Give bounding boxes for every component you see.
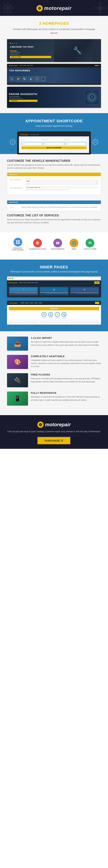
preview-icon-5: 🛞 bbox=[34, 76, 40, 82]
feature-responsive: 📱 FULLY RESPONSIVE Motorepair is tested … bbox=[7, 392, 101, 406]
feature-responsive-icon: 📱 bbox=[14, 395, 21, 402]
svg-rect-3 bbox=[2, 7, 5, 9]
wpml-label: WPML bbox=[71, 248, 76, 250]
feature-1click-content: 1-CLICK IMPORT All it takes to import th… bbox=[31, 337, 101, 347]
slider-label: SLIDER REVOLUTION bbox=[29, 248, 46, 250]
preview-2-nav: ⚙ motorepair bbox=[7, 64, 101, 67]
svg-rect-16 bbox=[16, 240, 17, 242]
year-input[interactable]: 2007 ▾ bbox=[25, 180, 98, 182]
feature-1click-icon: 📥 bbox=[14, 340, 21, 347]
vehicle-section-title: CUSTOMIZE THE VEHICLE MANUFACTURER bbox=[7, 159, 101, 162]
feature-adaptable-title: COMPLETELY ADAPTABLE bbox=[31, 355, 101, 358]
sp-service-3: ⚡ bbox=[55, 312, 60, 318]
contact-form-label: CONTACT FORM bbox=[84, 248, 96, 250]
intro-description: Included with Motorepair are three moder… bbox=[10, 28, 98, 35]
nav-dot-1 bbox=[10, 43, 11, 44]
services-list-section: Services Service BRAKE & BRAKE REPAIR Oi… bbox=[0, 200, 108, 232]
features-section: 📥 1-CLICK IMPORT All it takes to import … bbox=[0, 331, 108, 415]
intro-title: 3 HOMEPAGES bbox=[10, 21, 98, 26]
svg-rect-4 bbox=[11, 7, 13, 9]
gear-left-icon bbox=[2, 2, 14, 14]
year-end-input[interactable]: 2017 ▾ bbox=[25, 183, 98, 185]
logo-text: motorepair bbox=[44, 5, 71, 11]
sp-nav-item-3 bbox=[30, 303, 33, 303]
svg-text:m: m bbox=[39, 7, 40, 9]
feature-adaptable-content: COMPLETELY ADAPTABLE Completely restyle … bbox=[31, 355, 101, 368]
browser-inner-content: 🔧 💧 ⚡ bbox=[7, 285, 101, 297]
manufacturer-desc: Are you looking for a specific vehicle? … bbox=[25, 189, 98, 191]
preview-icon-6: ⚙ bbox=[41, 76, 46, 82]
feature-plugins-title: FREE PLUGINS bbox=[31, 373, 101, 376]
preview-1-nav bbox=[10, 43, 51, 44]
sp-service-1: 🔧 bbox=[42, 312, 47, 318]
sp-nav-item-4 bbox=[34, 303, 38, 303]
form-date-select: Date ▾ bbox=[44, 142, 65, 145]
svg-rect-5 bbox=[3, 4, 6, 7]
manufacturer-input[interactable]: Ford, Mazda, Toyota, Kia bbox=[25, 187, 98, 188]
plugin-slider: SLIDER REVOLUTION bbox=[29, 239, 46, 250]
manufacturer-row: Vehicle Manufacturer Ford, Mazda, Toyota… bbox=[10, 187, 98, 191]
sp-content: SERVICES 🔧 💧 ⚡ 🔩 bbox=[7, 305, 101, 324]
svg-rect-10 bbox=[99, 2, 101, 5]
feature-responsive-content: FULLY RESPONSIVE Motorepair is tested wi… bbox=[31, 392, 101, 402]
services-section-title: CUSTOMIZE THE LIST OF SERVICES bbox=[7, 214, 101, 217]
feature-adaptable-icon: 🎨 bbox=[14, 359, 21, 365]
purchase-button[interactable]: PURCHASE IT bbox=[37, 437, 71, 444]
nav-dot-4 bbox=[16, 43, 17, 44]
svg-rect-2 bbox=[7, 11, 9, 13]
slider-icon bbox=[33, 239, 42, 247]
appointment-form-preview: ⚙ motorepair Name Email bbox=[19, 133, 89, 153]
feature-plugins-content: FREE PLUGINS Motorepair is bundled with … bbox=[31, 373, 101, 383]
preview-engine-diagnostic: ENGINE DIAGNOSTIC LEARN MORE ⚙ REGULAR S… bbox=[7, 87, 101, 108]
woocommerce-label: WOOCOMMERCE bbox=[51, 248, 64, 250]
browser-close-button bbox=[8, 278, 9, 279]
woocommerce-icon: WC bbox=[53, 239, 62, 247]
sp-services-title: SERVICES bbox=[9, 307, 99, 310]
browser-mockup: ⚙ motorepair BOOK 🔧 💧 bbox=[7, 276, 101, 297]
form-name-field: Name bbox=[21, 138, 43, 141]
preview-1-button: FIND OUT MORE bbox=[10, 56, 51, 58]
mini-logo-2: ⚙ motorepair bbox=[9, 65, 18, 66]
feature-responsive-desc: Motorepair is tested with all resolution… bbox=[31, 395, 101, 402]
logo: m motorepair bbox=[37, 5, 71, 11]
sp-logo: ⚙ motorepair bbox=[9, 302, 18, 304]
sp-service-4: 🔩 bbox=[61, 312, 66, 318]
preview-3-engine-image: ⚙ bbox=[85, 90, 99, 104]
svg-rect-11 bbox=[99, 11, 101, 13]
svg-rect-1 bbox=[7, 2, 9, 5]
plugin-contact-form: ✉ CONTACT FORM bbox=[84, 239, 96, 250]
browser-minimize-button bbox=[10, 278, 11, 279]
browser-url-bar bbox=[14, 277, 100, 279]
plugin-wpml: 🌐 WPML bbox=[70, 239, 78, 250]
svg-text:m: m bbox=[40, 424, 41, 426]
sp-service-icon-2: 💧 bbox=[48, 312, 53, 317]
appointment-section: APPOINTMENT SHORTCODE Easy and intuitive… bbox=[0, 113, 108, 154]
form-phone-field: Phone bbox=[65, 138, 87, 141]
browser-bar bbox=[7, 276, 101, 280]
feature-1click: 📥 1-CLICK IMPORT All it takes to import … bbox=[7, 337, 101, 351]
svg-marker-21 bbox=[37, 242, 39, 244]
sp-nav-item-1 bbox=[20, 303, 24, 303]
feature-plugins-image: 🔌 bbox=[7, 373, 28, 387]
appointment-title: APPOINTMENT SHORTCODE bbox=[7, 119, 101, 123]
feature-1click-desc: All it takes to import the complete Moto… bbox=[31, 340, 101, 347]
year-end-arrow-icon: ▾ bbox=[97, 183, 97, 185]
preview-3-button: LEARN MORE bbox=[9, 100, 38, 102]
logo-icon: m bbox=[37, 5, 43, 11]
preview-icon-1: 🔧 bbox=[9, 76, 14, 82]
laptop-mockup: ⚙ ⚙ ⚙ motorepair Name bbox=[7, 131, 101, 154]
feature-1click-image: 📥 bbox=[7, 337, 28, 351]
preview-1-title: A MECHANIC YOU TRUST bbox=[10, 45, 51, 48]
preview-top-repairmen: ⚙ motorepair TOP REPAIRMEN 🔧 ⚡ 🔩 💧 🛞 ⚙ bbox=[7, 64, 101, 85]
inner-pages-description: Motorepair is packed with a set of caref… bbox=[7, 271, 101, 273]
inner-pages-title: INNER PAGES bbox=[7, 265, 101, 270]
laptop-screen: ⚙ motorepair Name Email bbox=[18, 133, 90, 153]
sp-nav-item-5 bbox=[39, 303, 42, 303]
sp-nav: ⚙ motorepair bbox=[7, 301, 101, 305]
svg-rect-7 bbox=[3, 10, 6, 13]
svg-rect-12 bbox=[95, 7, 97, 9]
feature-plugins-icon: 🔌 bbox=[14, 377, 21, 383]
sp-nav-items bbox=[20, 303, 42, 303]
feature-responsive-image: 📱 bbox=[7, 392, 28, 406]
svg-rect-8 bbox=[9, 10, 12, 13]
